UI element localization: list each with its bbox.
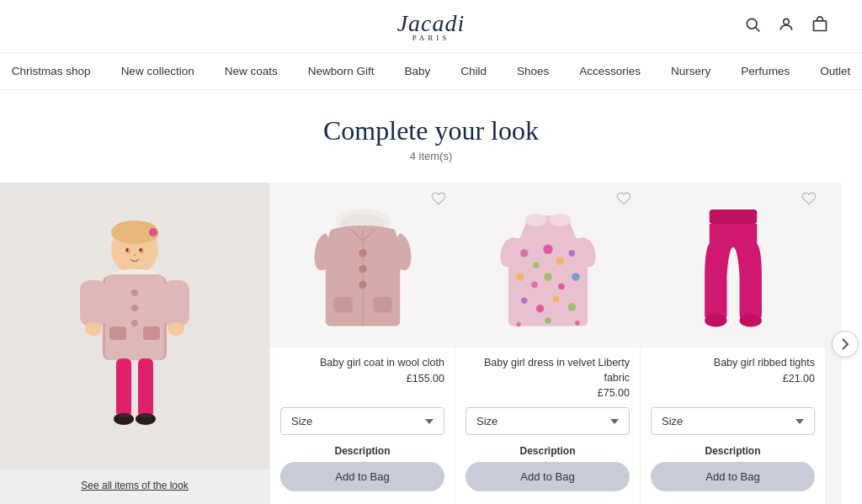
nav-item-outlet[interactable]: Outlet (805, 53, 862, 89)
svg-point-11 (140, 248, 142, 252)
product-card-2: Baby girl dress in velvet Liberty fabric… (455, 183, 640, 504)
svg-rect-58 (709, 210, 756, 224)
svg-point-2 (784, 19, 790, 24)
svg-point-47 (558, 284, 565, 290)
wishlist-button-3[interactable] (801, 191, 817, 210)
svg-rect-25 (116, 358, 131, 417)
nav-item-shoes[interactable]: Shoes (502, 53, 564, 89)
svg-point-48 (572, 273, 579, 280)
add-to-bag-button-3[interactable]: Add to Bag (651, 462, 815, 491)
svg-point-42 (556, 257, 563, 265)
description-link-3[interactable]: Description (651, 445, 815, 457)
svg-point-34 (359, 249, 366, 257)
size-select-1[interactable]: Size 3M6M12M18M2A (280, 407, 444, 435)
size-select-3[interactable]: Size 3M6M12M18M2A (651, 407, 815, 435)
size-select-2[interactable]: Size 3M6M12M18M2A (466, 407, 630, 435)
wishlist-button-1[interactable] (431, 191, 446, 210)
svg-point-10 (126, 248, 129, 252)
svg-point-7 (149, 228, 157, 236)
nav-item-child[interactable]: Child (445, 53, 502, 89)
header-icons (744, 16, 828, 37)
product-image-3 (641, 183, 825, 347)
product-price-2: £75.00 (466, 387, 630, 399)
product-image-1 (270, 183, 455, 347)
svg-rect-30 (140, 414, 152, 417)
svg-point-56 (545, 317, 551, 324)
svg-rect-29 (118, 414, 130, 417)
svg-point-40 (533, 262, 540, 268)
svg-point-12 (133, 253, 136, 256)
search-icon[interactable] (744, 16, 761, 37)
main-content: Complete your look 4 item(s) (0, 90, 862, 504)
section-title: Complete your look (0, 115, 862, 146)
nav-item-christmas-shop[interactable]: Christmas shop (0, 53, 106, 89)
product-image-2 (455, 183, 640, 347)
svg-point-50 (535, 305, 543, 312)
svg-point-43 (568, 250, 575, 257)
svg-point-41 (543, 245, 552, 254)
svg-point-60 (739, 314, 761, 326)
svg-rect-22 (162, 280, 189, 326)
featured-image: See all items of the look (0, 183, 269, 504)
nav-item-perfumes[interactable]: Perfumes (726, 53, 805, 89)
product-name-1: Baby girl coat in wool cloth (280, 356, 444, 371)
featured-child-image (0, 183, 269, 470)
nav-item-newborn-gift[interactable]: Newborn Gift (293, 53, 390, 89)
svg-rect-37 (333, 297, 353, 313)
nav-item-baby[interactable]: Baby (389, 53, 445, 89)
nav-item-new-coats[interactable]: New coats (210, 53, 293, 89)
nav-item-nursery[interactable]: Nursery (656, 53, 726, 89)
child-illustration (51, 209, 219, 444)
svg-line-1 (756, 27, 760, 31)
svg-point-45 (531, 282, 538, 289)
dress-illustration (493, 198, 603, 332)
products-container: See all items of the look (0, 183, 862, 504)
wishlist-button-2[interactable] (616, 191, 631, 210)
svg-point-57 (575, 321, 580, 326)
logo[interactable]: Jacadi PARIS (397, 10, 466, 42)
nav-item-accessories[interactable]: Accessories (564, 53, 656, 89)
description-link-1[interactable]: Description (280, 445, 444, 457)
svg-point-36 (359, 281, 366, 289)
add-to-bag-button-1[interactable]: Add to Bag (280, 462, 444, 491)
svg-rect-15 (105, 274, 164, 360)
bag-icon[interactable] (811, 16, 828, 37)
svg-point-24 (168, 322, 184, 336)
svg-rect-3 (814, 20, 827, 30)
svg-point-54 (548, 214, 570, 226)
svg-rect-26 (138, 358, 153, 417)
product-info-1: Baby girl coat in wool cloth £155.00 (270, 347, 455, 407)
coat-illustration (308, 198, 418, 332)
svg-point-52 (567, 303, 575, 310)
svg-rect-38 (373, 297, 392, 313)
svg-rect-21 (80, 280, 107, 326)
tights-illustration (691, 198, 775, 332)
svg-rect-20 (143, 326, 160, 340)
svg-point-49 (521, 298, 528, 305)
svg-point-39 (520, 249, 528, 257)
main-nav: Christmas shop New collection New coats … (0, 53, 862, 90)
svg-point-17 (131, 305, 138, 311)
brand-name: Jacadi (397, 10, 466, 36)
svg-point-51 (552, 296, 559, 303)
product-card-1: Baby girl coat in wool cloth £155.00 Siz… (269, 183, 455, 504)
product-info-2: Baby girl dress in velvet Liberty fabric… (455, 347, 640, 407)
add-to-bag-button-2[interactable]: Add to Bag (466, 462, 630, 491)
svg-rect-19 (109, 326, 126, 340)
svg-point-44 (516, 273, 524, 280)
product-name-2: Baby girl dress in velvet Liberty fabric (466, 356, 630, 385)
product-price-1: £155.00 (280, 373, 444, 385)
svg-point-18 (131, 320, 138, 326)
svg-point-55 (516, 322, 521, 327)
products-wrapper: Baby girl coat in wool cloth £155.00 Siz… (269, 183, 862, 504)
product-card-3: Baby girl ribbed tights £21.00 Size 3M6M… (640, 183, 825, 504)
next-arrow-button[interactable] (832, 331, 859, 358)
user-icon[interactable] (778, 16, 795, 37)
description-link-2[interactable]: Description (466, 445, 630, 457)
svg-point-53 (524, 214, 546, 226)
nav-item-new-collection[interactable]: New collection (106, 53, 210, 89)
svg-point-0 (747, 19, 757, 29)
product-name-3: Baby girl ribbed tights (651, 356, 815, 371)
svg-point-23 (85, 322, 102, 336)
see-all-link[interactable]: See all items of the look (81, 480, 188, 491)
